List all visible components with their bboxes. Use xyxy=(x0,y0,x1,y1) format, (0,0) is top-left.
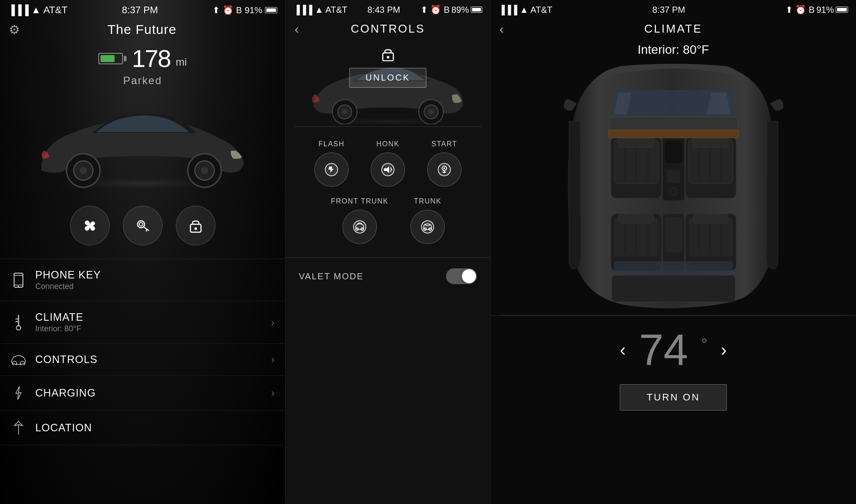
menu-item-controls[interactable]: CONTROLS › xyxy=(0,344,285,376)
charging-text: CHARGING xyxy=(35,387,262,399)
phone-key-text: PHONE KEY Connected xyxy=(35,269,275,291)
svg-rect-65 xyxy=(665,141,682,163)
turn-on-button[interactable]: TURN ON xyxy=(620,384,727,411)
charging-chevron: › xyxy=(271,387,275,399)
controls-text: CONTROLS xyxy=(35,353,262,366)
honk-control[interactable]: HONK xyxy=(371,140,405,187)
icons-3: ⬆ ⏰ B xyxy=(785,4,815,15)
svg-point-3 xyxy=(80,167,87,174)
climate-title-label: CLIMATE xyxy=(644,22,703,36)
battery-icon-1 xyxy=(265,7,277,13)
svg-rect-56 xyxy=(618,137,654,148)
batt-fill-3 xyxy=(837,8,847,11)
battery-fill-bar xyxy=(100,55,115,62)
svg-point-0 xyxy=(28,173,257,190)
batt-3: ⬆ ⏰ B 91% xyxy=(785,4,848,15)
svg-point-42 xyxy=(354,221,366,233)
car-name: The Future xyxy=(108,22,177,37)
batt-icon-3 xyxy=(836,7,848,13)
menu-item-charging[interactable]: CHARGING › xyxy=(0,376,285,411)
unlock-section: UNLOCK xyxy=(349,47,426,88)
car-status: Parked xyxy=(0,74,285,91)
status-carrier-1: ▐▐▐ ▲ AT&T xyxy=(8,4,67,16)
toggle-knob xyxy=(462,269,476,283)
front-trunk-control[interactable]: FRONT TRUNK xyxy=(331,197,389,244)
gear-icon[interactable]: ⚙ xyxy=(9,22,20,37)
batt-2: ⬆ ⏰ B 89% xyxy=(421,4,482,15)
signal-icon-1: ▐▐▐ xyxy=(8,4,29,16)
valet-toggle[interactable] xyxy=(446,268,477,284)
temp-decrease-button[interactable]: ‹ xyxy=(620,340,625,360)
wifi-icon-1: ▲ xyxy=(31,4,41,16)
battery-mileage: 178 xyxy=(132,44,170,73)
temp-degree-symbol: ° xyxy=(701,325,707,354)
batt-pct-3: 91% xyxy=(816,5,834,15)
menu-item-location[interactable]: LOCATION xyxy=(0,411,285,445)
controls-car-area: UNLOCK xyxy=(286,43,490,122)
phone-key-icon xyxy=(11,273,26,288)
interior-temp-label: Interior: 80°F xyxy=(491,38,856,59)
trunk-control[interactable]: TRUNK xyxy=(410,197,445,244)
svg-point-22 xyxy=(12,361,17,365)
battery-tip xyxy=(124,56,127,61)
svg-rect-83 xyxy=(614,261,733,274)
interior-view xyxy=(491,59,856,315)
batt-icon-2 xyxy=(471,7,482,13)
unlock-button[interactable]: UNLOCK xyxy=(349,68,426,88)
phone-key-sub: Connected xyxy=(35,282,275,291)
battery-body xyxy=(98,53,123,64)
svg-rect-73 xyxy=(618,214,654,223)
location-icon xyxy=(11,420,26,435)
charging-icon xyxy=(11,385,26,400)
battery-fill-1 xyxy=(266,8,276,12)
climate-text: CLIMATE Interior: 80°F xyxy=(35,311,262,334)
svg-point-7 xyxy=(89,224,91,227)
start-control[interactable]: START xyxy=(427,140,461,187)
svg-rect-84 xyxy=(608,130,739,138)
svg-point-67 xyxy=(670,188,677,195)
svg-point-39 xyxy=(443,167,445,169)
wifi-3: ▲ xyxy=(520,5,530,15)
temp-increase-button[interactable]: › xyxy=(721,340,726,360)
loc-2: ⬆ ⏰ B xyxy=(421,4,450,15)
fan-button[interactable] xyxy=(70,206,110,245)
menu-item-phone-key[interactable]: PHONE KEY Connected xyxy=(0,259,285,301)
front-trunk-circle xyxy=(342,210,377,244)
phone-key-title: PHONE KEY xyxy=(35,269,275,281)
bluetooth-icon-1: B xyxy=(236,5,242,15)
controls-row-1: FLASH HONK xyxy=(299,140,477,187)
controls-back-button[interactable]: ‹ xyxy=(294,22,299,37)
svg-point-6 xyxy=(201,167,208,174)
flash-control[interactable]: FLASH xyxy=(314,140,349,187)
svg-point-45 xyxy=(421,221,434,233)
charging-title: CHARGING xyxy=(35,387,262,399)
status-bar-2: ▐▐▐ ▲ AT&T 8:43 PM ⬆ ⏰ B 89% xyxy=(286,0,490,18)
battery-unit: mi xyxy=(176,56,187,73)
battery-row: 178 mi xyxy=(0,37,285,74)
svg-point-27 xyxy=(387,56,389,59)
svg-rect-66 xyxy=(667,170,680,183)
carrier-label-1: AT&T xyxy=(44,4,68,16)
status-bar-1: ▐▐▐ ▲ AT&T 8:37 PM ⬆ ⏰ B 91% xyxy=(0,0,285,19)
flash-circle xyxy=(314,152,349,187)
batt-fill-2 xyxy=(472,8,481,11)
controls-row-2: FRONT TRUNK TRUNK xyxy=(299,197,477,244)
climate-panel: ▐▐▐ ▲ AT&T 8:37 PM ⬆ ⏰ B 91% ‹ CLIMATE I… xyxy=(491,0,856,504)
alarm-icon-1: ⏰ xyxy=(223,5,234,15)
wifi-2: ▲ xyxy=(315,5,325,15)
svg-rect-63 xyxy=(693,137,728,148)
svg-point-17 xyxy=(18,285,19,287)
status-bar-3: ▐▐▐ ▲ AT&T 8:37 PM ⬆ ⏰ B 91% xyxy=(491,0,856,18)
controls-grid: FLASH HONK xyxy=(286,131,490,253)
carrier-3: ▐▐▐ ▲ AT&T xyxy=(499,5,552,15)
climate-back-button[interactable]: ‹ xyxy=(499,22,504,37)
menu-item-climate[interactable]: CLIMATE Interior: 80°F › xyxy=(0,301,285,344)
svg-rect-49 xyxy=(610,117,737,130)
lock-icon-controls xyxy=(382,47,394,64)
climate-title: CLIMATE xyxy=(35,311,262,323)
key-button[interactable] xyxy=(123,206,163,245)
front-trunk-label: FRONT TRUNK xyxy=(331,197,389,205)
climate-header: ‹ CLIMATE xyxy=(491,18,856,38)
valet-label: VALET MODE xyxy=(299,271,364,282)
lock-button[interactable] xyxy=(176,206,216,245)
